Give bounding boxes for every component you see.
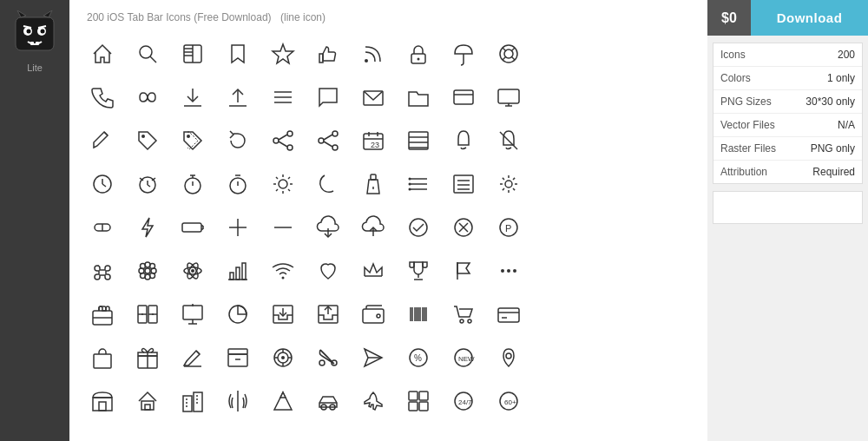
icon-upload[interactable] — [217, 78, 259, 116]
icon-lock[interactable] — [398, 35, 439, 73]
icon-mountain[interactable] — [262, 382, 304, 420]
icon-home[interactable] — [82, 35, 123, 73]
icon-lightning[interactable] — [127, 208, 168, 247]
icon-mail[interactable] — [352, 78, 394, 116]
svg-rect-205 — [141, 401, 154, 410]
icon-ellipsis[interactable] — [488, 252, 529, 290]
icon-plus[interactable] — [217, 208, 259, 247]
svg-marker-1 — [17, 10, 26, 17]
icon-cloud-up[interactable] — [352, 208, 394, 247]
icon-timer[interactable] — [217, 165, 259, 203]
icon-chart[interactable] — [217, 252, 259, 290]
icon-creditcard[interactable] — [488, 295, 529, 333]
icon-undo[interactable] — [217, 122, 259, 160]
svg-line-182 — [196, 351, 200, 354]
icon-buildings[interactable] — [172, 382, 214, 420]
icon-star[interactable] — [262, 35, 304, 73]
icon-search[interactable] — [127, 35, 168, 73]
icon-rss[interactable] — [352, 35, 394, 73]
icon-cloud-down[interactable] — [307, 208, 349, 247]
icon-flashlight[interactable] — [352, 165, 394, 203]
icon-clock[interactable] — [82, 165, 123, 203]
icon-book[interactable] — [172, 35, 214, 73]
icon-trophy[interactable] — [398, 252, 439, 290]
icon-gift[interactable] — [127, 339, 168, 377]
icon-cart[interactable] — [443, 295, 484, 333]
icon-cabinet[interactable] — [127, 295, 168, 333]
icon-wifi[interactable] — [262, 252, 304, 290]
icon-lifering[interactable] — [488, 35, 529, 73]
icon-target[interactable] — [262, 339, 304, 377]
icon-phone[interactable] — [82, 78, 123, 116]
icon-pill[interactable] — [82, 208, 123, 247]
icon-chat[interactable] — [307, 78, 349, 116]
icon-archive[interactable] — [217, 339, 259, 377]
icon-pin[interactable] — [488, 339, 529, 377]
icon-inbox[interactable] — [262, 295, 304, 333]
icon-check-circle[interactable] — [398, 208, 439, 247]
svg-point-20 — [365, 59, 368, 63]
icon-bell[interactable] — [443, 122, 484, 160]
icon-monitor[interactable] — [488, 78, 529, 116]
icon-alarm[interactable] — [127, 165, 168, 203]
icon-crown[interactable] — [352, 252, 394, 290]
icon-settings[interactable] — [488, 165, 529, 203]
icon-infinity[interactable] — [127, 78, 168, 116]
icon-list2[interactable] — [398, 165, 439, 203]
icon-airplane[interactable] — [352, 382, 394, 420]
icon-moon[interactable] — [307, 165, 349, 203]
icon-atoms[interactable] — [172, 252, 214, 290]
icon-wallet[interactable] — [352, 295, 394, 333]
icon-flag[interactable] — [443, 252, 484, 290]
icon-share1[interactable] — [262, 122, 304, 160]
icon-tag2[interactable] — [172, 122, 214, 160]
icon-tower[interactable] — [217, 382, 259, 420]
icon-car[interactable] — [307, 382, 349, 420]
svg-rect-224 — [419, 402, 428, 411]
icon-bell-off[interactable] — [488, 122, 529, 160]
icon-presentation[interactable] — [172, 295, 214, 333]
icon-send[interactable] — [352, 339, 394, 377]
icon-sun[interactable] — [262, 165, 304, 203]
svg-point-162 — [377, 314, 380, 318]
icon-house[interactable] — [127, 382, 168, 420]
icon-menu[interactable] — [262, 78, 304, 116]
icon-bookmark[interactable] — [217, 35, 259, 73]
icon-checklist[interactable] — [443, 165, 484, 203]
icon-stopwatch[interactable] — [172, 165, 214, 203]
download-button[interactable]: Download — [751, 0, 868, 36]
icon-edit[interactable] — [82, 122, 123, 160]
icon-minus[interactable] — [262, 208, 304, 247]
icon-grid[interactable] — [398, 382, 439, 420]
icon-placeholder-r7 — [533, 295, 575, 333]
icon-piechart[interactable] — [217, 295, 259, 333]
icon-timer2[interactable]: 60+ — [488, 382, 529, 420]
icon-calendar[interactable]: 23 — [352, 122, 394, 160]
icon-thumbsup[interactable] — [307, 35, 349, 73]
icon-share2[interactable] — [307, 122, 349, 160]
icon-window[interactable] — [443, 78, 484, 116]
icon-heart[interactable] — [307, 252, 349, 290]
svg-point-11 — [140, 46, 152, 58]
icon-barcode[interactable] — [398, 295, 439, 333]
icon-list[interactable] — [398, 122, 439, 160]
icon-tag1[interactable] — [127, 122, 168, 160]
icon-write[interactable] — [172, 339, 214, 377]
logo-box — [9, 7, 61, 59]
icon-outbox[interactable] — [307, 295, 349, 333]
icon-clock2[interactable]: 24/7 — [443, 382, 484, 420]
icon-percent[interactable]: % — [398, 339, 439, 377]
icon-shoppingbag[interactable] — [82, 339, 123, 377]
icon-battery[interactable] — [172, 208, 214, 247]
icon-p-circle[interactable]: P — [488, 208, 529, 247]
icon-scissors[interactable] — [307, 339, 349, 377]
icon-store[interactable] — [82, 382, 123, 420]
icon-suitcase[interactable] — [82, 295, 123, 333]
icon-flower[interactable] — [127, 252, 168, 290]
icon-new-badge[interactable]: NEW — [443, 339, 484, 377]
icon-download[interactable] — [172, 78, 214, 116]
icon-command[interactable] — [82, 252, 123, 290]
icon-folder[interactable] — [398, 78, 439, 116]
icon-x-circle[interactable] — [443, 208, 484, 247]
icon-umbrella[interactable] — [443, 35, 484, 73]
